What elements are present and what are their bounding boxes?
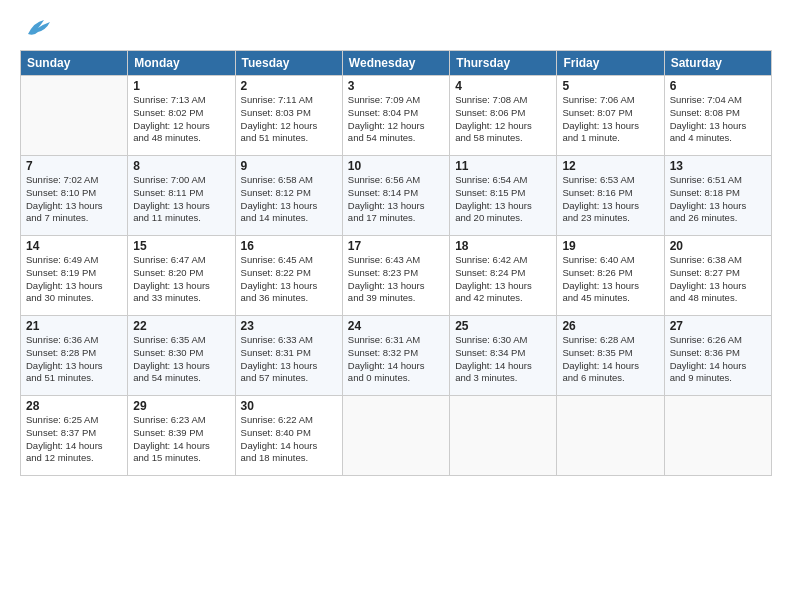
day-info: Sunrise: 7:06 AM Sunset: 8:07 PM Dayligh… — [562, 94, 658, 145]
weekday-header-sunday: Sunday — [21, 51, 128, 76]
weekday-header-wednesday: Wednesday — [342, 51, 449, 76]
day-number: 16 — [241, 239, 337, 253]
day-number: 30 — [241, 399, 337, 413]
calendar-cell: 7Sunrise: 7:02 AM Sunset: 8:10 PM Daylig… — [21, 156, 128, 236]
calendar-cell: 12Sunrise: 6:53 AM Sunset: 8:16 PM Dayli… — [557, 156, 664, 236]
calendar-cell: 23Sunrise: 6:33 AM Sunset: 8:31 PM Dayli… — [235, 316, 342, 396]
day-number: 17 — [348, 239, 444, 253]
day-info: Sunrise: 7:11 AM Sunset: 8:03 PM Dayligh… — [241, 94, 337, 145]
calendar-cell: 13Sunrise: 6:51 AM Sunset: 8:18 PM Dayli… — [664, 156, 771, 236]
day-info: Sunrise: 6:25 AM Sunset: 8:37 PM Dayligh… — [26, 414, 122, 465]
day-info: Sunrise: 6:31 AM Sunset: 8:32 PM Dayligh… — [348, 334, 444, 385]
day-number: 19 — [562, 239, 658, 253]
calendar-cell: 20Sunrise: 6:38 AM Sunset: 8:27 PM Dayli… — [664, 236, 771, 316]
day-number: 23 — [241, 319, 337, 333]
page-container: SundayMondayTuesdayWednesdayThursdayFrid… — [0, 0, 792, 612]
day-info: Sunrise: 7:00 AM Sunset: 8:11 PM Dayligh… — [133, 174, 229, 225]
day-info: Sunrise: 6:45 AM Sunset: 8:22 PM Dayligh… — [241, 254, 337, 305]
calendar-cell: 17Sunrise: 6:43 AM Sunset: 8:23 PM Dayli… — [342, 236, 449, 316]
calendar-cell — [557, 396, 664, 476]
day-info: Sunrise: 6:38 AM Sunset: 8:27 PM Dayligh… — [670, 254, 766, 305]
day-number: 8 — [133, 159, 229, 173]
week-row-5: 28Sunrise: 6:25 AM Sunset: 8:37 PM Dayli… — [21, 396, 772, 476]
calendar-cell: 22Sunrise: 6:35 AM Sunset: 8:30 PM Dayli… — [128, 316, 235, 396]
day-number: 22 — [133, 319, 229, 333]
day-number: 12 — [562, 159, 658, 173]
day-number: 18 — [455, 239, 551, 253]
calendar-cell: 21Sunrise: 6:36 AM Sunset: 8:28 PM Dayli… — [21, 316, 128, 396]
day-info: Sunrise: 6:22 AM Sunset: 8:40 PM Dayligh… — [241, 414, 337, 465]
logo — [20, 16, 52, 42]
week-row-3: 14Sunrise: 6:49 AM Sunset: 8:19 PM Dayli… — [21, 236, 772, 316]
weekday-header-monday: Monday — [128, 51, 235, 76]
day-info: Sunrise: 6:43 AM Sunset: 8:23 PM Dayligh… — [348, 254, 444, 305]
calendar-cell — [664, 396, 771, 476]
calendar-cell: 8Sunrise: 7:00 AM Sunset: 8:11 PM Daylig… — [128, 156, 235, 236]
day-number: 20 — [670, 239, 766, 253]
calendar-cell: 27Sunrise: 6:26 AM Sunset: 8:36 PM Dayli… — [664, 316, 771, 396]
calendar-cell: 11Sunrise: 6:54 AM Sunset: 8:15 PM Dayli… — [450, 156, 557, 236]
day-info: Sunrise: 6:58 AM Sunset: 8:12 PM Dayligh… — [241, 174, 337, 225]
day-number: 10 — [348, 159, 444, 173]
day-number: 14 — [26, 239, 122, 253]
calendar-cell: 25Sunrise: 6:30 AM Sunset: 8:34 PM Dayli… — [450, 316, 557, 396]
calendar-cell: 16Sunrise: 6:45 AM Sunset: 8:22 PM Dayli… — [235, 236, 342, 316]
day-number: 29 — [133, 399, 229, 413]
calendar-cell: 9Sunrise: 6:58 AM Sunset: 8:12 PM Daylig… — [235, 156, 342, 236]
calendar-cell: 6Sunrise: 7:04 AM Sunset: 8:08 PM Daylig… — [664, 76, 771, 156]
calendar-cell: 18Sunrise: 6:42 AM Sunset: 8:24 PM Dayli… — [450, 236, 557, 316]
calendar-cell: 5Sunrise: 7:06 AM Sunset: 8:07 PM Daylig… — [557, 76, 664, 156]
day-info: Sunrise: 7:04 AM Sunset: 8:08 PM Dayligh… — [670, 94, 766, 145]
weekday-header-tuesday: Tuesday — [235, 51, 342, 76]
day-info: Sunrise: 6:30 AM Sunset: 8:34 PM Dayligh… — [455, 334, 551, 385]
weekday-header-friday: Friday — [557, 51, 664, 76]
calendar-cell — [342, 396, 449, 476]
day-number: 9 — [241, 159, 337, 173]
day-info: Sunrise: 7:08 AM Sunset: 8:06 PM Dayligh… — [455, 94, 551, 145]
day-number: 13 — [670, 159, 766, 173]
calendar-cell: 29Sunrise: 6:23 AM Sunset: 8:39 PM Dayli… — [128, 396, 235, 476]
calendar-cell — [450, 396, 557, 476]
day-number: 7 — [26, 159, 122, 173]
day-info: Sunrise: 6:40 AM Sunset: 8:26 PM Dayligh… — [562, 254, 658, 305]
day-info: Sunrise: 6:47 AM Sunset: 8:20 PM Dayligh… — [133, 254, 229, 305]
calendar-cell: 15Sunrise: 6:47 AM Sunset: 8:20 PM Dayli… — [128, 236, 235, 316]
weekday-header-thursday: Thursday — [450, 51, 557, 76]
calendar-cell: 19Sunrise: 6:40 AM Sunset: 8:26 PM Dayli… — [557, 236, 664, 316]
day-info: Sunrise: 6:33 AM Sunset: 8:31 PM Dayligh… — [241, 334, 337, 385]
weekday-header-row: SundayMondayTuesdayWednesdayThursdayFrid… — [21, 51, 772, 76]
day-number: 27 — [670, 319, 766, 333]
weekday-header-saturday: Saturday — [664, 51, 771, 76]
calendar-cell: 10Sunrise: 6:56 AM Sunset: 8:14 PM Dayli… — [342, 156, 449, 236]
calendar-cell: 30Sunrise: 6:22 AM Sunset: 8:40 PM Dayli… — [235, 396, 342, 476]
day-number: 28 — [26, 399, 122, 413]
day-number: 5 — [562, 79, 658, 93]
day-number: 25 — [455, 319, 551, 333]
calendar-table: SundayMondayTuesdayWednesdayThursdayFrid… — [20, 50, 772, 476]
day-number: 24 — [348, 319, 444, 333]
day-info: Sunrise: 6:51 AM Sunset: 8:18 PM Dayligh… — [670, 174, 766, 225]
day-info: Sunrise: 7:02 AM Sunset: 8:10 PM Dayligh… — [26, 174, 122, 225]
calendar-cell: 2Sunrise: 7:11 AM Sunset: 8:03 PM Daylig… — [235, 76, 342, 156]
day-info: Sunrise: 6:35 AM Sunset: 8:30 PM Dayligh… — [133, 334, 229, 385]
day-number: 11 — [455, 159, 551, 173]
day-info: Sunrise: 6:28 AM Sunset: 8:35 PM Dayligh… — [562, 334, 658, 385]
calendar-cell: 4Sunrise: 7:08 AM Sunset: 8:06 PM Daylig… — [450, 76, 557, 156]
calendar-cell: 24Sunrise: 6:31 AM Sunset: 8:32 PM Dayli… — [342, 316, 449, 396]
calendar-cell: 1Sunrise: 7:13 AM Sunset: 8:02 PM Daylig… — [128, 76, 235, 156]
day-info: Sunrise: 6:23 AM Sunset: 8:39 PM Dayligh… — [133, 414, 229, 465]
day-info: Sunrise: 7:09 AM Sunset: 8:04 PM Dayligh… — [348, 94, 444, 145]
day-info: Sunrise: 6:49 AM Sunset: 8:19 PM Dayligh… — [26, 254, 122, 305]
day-number: 26 — [562, 319, 658, 333]
day-info: Sunrise: 6:42 AM Sunset: 8:24 PM Dayligh… — [455, 254, 551, 305]
week-row-4: 21Sunrise: 6:36 AM Sunset: 8:28 PM Dayli… — [21, 316, 772, 396]
day-number: 15 — [133, 239, 229, 253]
logo-bird-icon — [24, 16, 52, 42]
day-info: Sunrise: 6:36 AM Sunset: 8:28 PM Dayligh… — [26, 334, 122, 385]
calendar-cell — [21, 76, 128, 156]
header — [20, 16, 772, 42]
day-info: Sunrise: 6:56 AM Sunset: 8:14 PM Dayligh… — [348, 174, 444, 225]
day-info: Sunrise: 7:13 AM Sunset: 8:02 PM Dayligh… — [133, 94, 229, 145]
calendar-cell: 3Sunrise: 7:09 AM Sunset: 8:04 PM Daylig… — [342, 76, 449, 156]
week-row-1: 1Sunrise: 7:13 AM Sunset: 8:02 PM Daylig… — [21, 76, 772, 156]
